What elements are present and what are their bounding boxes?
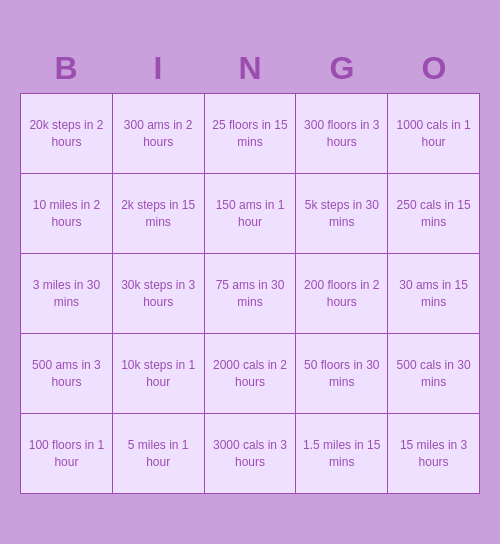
bingo-cell-13[interactable]: 200 floors in 2 hours [296,254,388,334]
bingo-cell-15[interactable]: 500 ams in 3 hours [21,334,113,414]
bingo-cell-22[interactable]: 3000 cals in 3 hours [205,414,297,494]
bingo-cell-5[interactable]: 10 miles in 2 hours [21,174,113,254]
bingo-cell-11[interactable]: 30k steps in 3 hours [113,254,205,334]
bingo-cell-20[interactable]: 100 floors in 1 hour [21,414,113,494]
bingo-cell-12[interactable]: 75 ams in 30 mins [205,254,297,334]
bingo-cell-18[interactable]: 50 floors in 30 mins [296,334,388,414]
bingo-cell-0[interactable]: 20k steps in 2 hours [21,94,113,174]
bingo-grid: 20k steps in 2 hours300 ams in 2 hours25… [20,93,480,494]
bingo-cell-16[interactable]: 10k steps in 1 hour [113,334,205,414]
bingo-cell-6[interactable]: 2k steps in 15 mins [113,174,205,254]
bingo-cell-24[interactable]: 15 miles in 3 hours [388,414,480,494]
bingo-cell-23[interactable]: 1.5 miles in 15 mins [296,414,388,494]
bingo-cell-19[interactable]: 500 cals in 30 mins [388,334,480,414]
bingo-cell-21[interactable]: 5 miles in 1 hour [113,414,205,494]
bingo-cell-17[interactable]: 2000 cals in 2 hours [205,334,297,414]
header-o: O [392,50,476,87]
bingo-cell-2[interactable]: 25 floors in 15 mins [205,94,297,174]
bingo-cell-10[interactable]: 3 miles in 30 mins [21,254,113,334]
header-g: G [300,50,384,87]
bingo-cell-1[interactable]: 300 ams in 2 hours [113,94,205,174]
header-b: B [24,50,108,87]
bingo-header: B I N G O [20,50,480,87]
bingo-card: B I N G O 20k steps in 2 hours300 ams in… [10,40,490,504]
bingo-cell-7[interactable]: 150 ams in 1 hour [205,174,297,254]
bingo-cell-4[interactable]: 1000 cals in 1 hour [388,94,480,174]
header-i: I [116,50,200,87]
header-n: N [208,50,292,87]
bingo-cell-3[interactable]: 300 floors in 3 hours [296,94,388,174]
bingo-cell-8[interactable]: 5k steps in 30 mins [296,174,388,254]
bingo-cell-9[interactable]: 250 cals in 15 mins [388,174,480,254]
bingo-cell-14[interactable]: 30 ams in 15 mins [388,254,480,334]
